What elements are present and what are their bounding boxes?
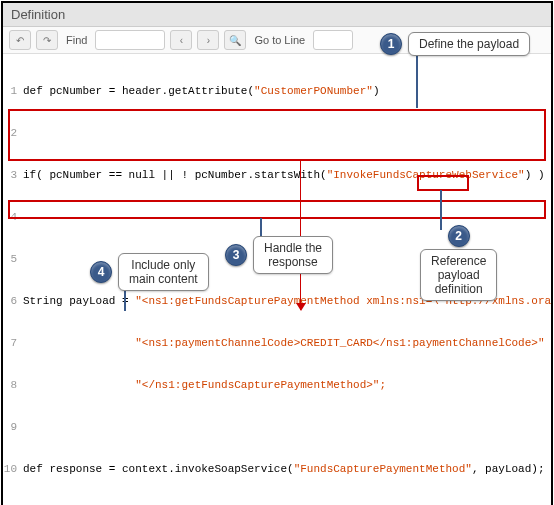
code-token: "CustomerPONumber" bbox=[254, 85, 373, 97]
callout-label: Include only main content bbox=[118, 253, 209, 291]
callout-number: 3 bbox=[225, 244, 247, 266]
goto-label: Go to Line bbox=[251, 34, 308, 46]
callout-1: 1 Define the payload bbox=[380, 32, 530, 56]
callout-label: Reference payload definition bbox=[420, 249, 497, 301]
callout-number: 1 bbox=[380, 33, 402, 55]
undo-icon[interactable]: ↶ bbox=[9, 30, 31, 50]
callout-label: Define the payload bbox=[408, 32, 530, 56]
code-token: "InvokeFundsCaptureWebService" bbox=[327, 169, 525, 181]
find-label: Find bbox=[63, 34, 90, 46]
code-token: "<ns1:paymentChannelCode>CREDIT_CARD</ns… bbox=[135, 337, 551, 349]
prev-icon[interactable]: ‹ bbox=[170, 30, 192, 50]
code-token: String payLoad = bbox=[23, 295, 135, 307]
code-token: if( pcNumber == null || ! pcNumber.start… bbox=[23, 169, 327, 181]
connector bbox=[416, 55, 418, 108]
callout-3: 3 Handle the response bbox=[225, 236, 333, 274]
search-icon[interactable]: 🔍 bbox=[224, 30, 246, 50]
callout-2: 2 Reference payload definition bbox=[420, 225, 497, 301]
redo-icon[interactable]: ↷ bbox=[36, 30, 58, 50]
callout-number: 2 bbox=[448, 225, 470, 247]
find-input[interactable] bbox=[95, 30, 165, 50]
callout-number: 4 bbox=[90, 261, 112, 283]
code-token: def response = context.invokeSoapService… bbox=[23, 463, 294, 475]
callout-label: Handle the response bbox=[253, 236, 333, 274]
goto-input[interactable] bbox=[313, 30, 353, 50]
code-token: , payLoad); bbox=[472, 463, 545, 475]
connector bbox=[440, 190, 442, 230]
arrow-down-icon bbox=[300, 160, 301, 310]
code-token: "</ns1:getFundsCapturePaymentMethod>"; bbox=[135, 379, 386, 391]
code-token: ) bbox=[373, 85, 380, 97]
callout-4: 4 Include only main content bbox=[90, 253, 209, 291]
panel-title: Definition bbox=[3, 3, 551, 27]
next-icon[interactable]: › bbox=[197, 30, 219, 50]
code-token: def pcNumber = header.getAttribute( bbox=[23, 85, 254, 97]
code-token: "FundsCapturePaymentMethod" bbox=[294, 463, 472, 475]
code-token: ) ) return; bbox=[525, 169, 551, 181]
